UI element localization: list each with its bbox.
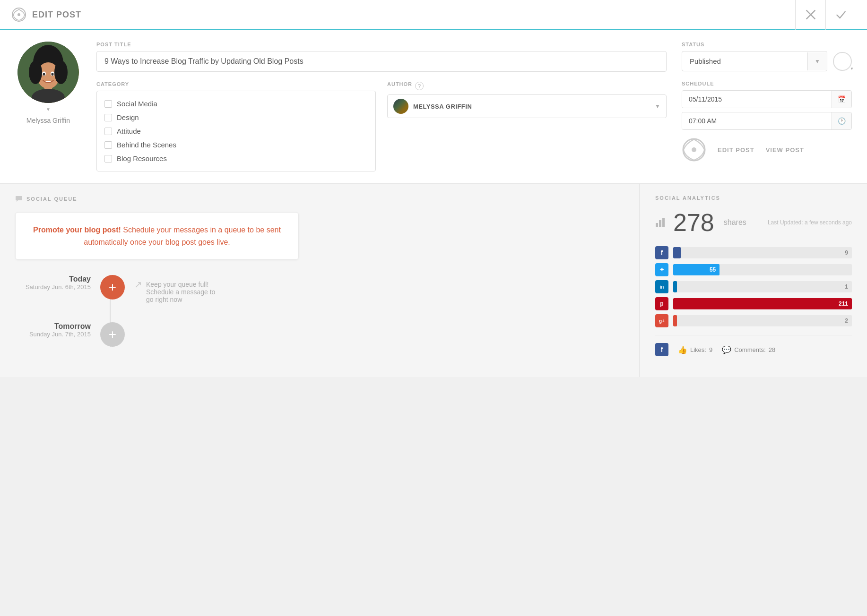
- twitter-bar-value: 55: [710, 266, 716, 273]
- svg-rect-19: [662, 218, 665, 227]
- linkedin-bar-value: 1: [845, 283, 848, 290]
- bottom-section: SOCIAL QUEUE Promote your blog post! Sch…: [0, 184, 867, 377]
- social-bars: f 9 ✦ 55 in: [655, 246, 852, 327]
- wordpress-logo-large-icon: [682, 137, 706, 162]
- category-box: Social Media Design Attitude Behind: [96, 91, 376, 171]
- post-title-input[interactable]: [96, 51, 667, 72]
- schedule-date-input-row: 📅: [682, 90, 852, 108]
- wordpress-logo-icon: [11, 7, 26, 22]
- calendar-icon[interactable]: 📅: [832, 91, 851, 108]
- form-right-panel: STATUS Published ▼ ▼ SCHEDULE 📅 🕐: [682, 42, 852, 171]
- pinterest-bar-track: 211: [673, 298, 852, 309]
- confirm-button[interactable]: [825, 0, 856, 30]
- hint-text-today: Keep your queue full! Schedule a message…: [146, 281, 219, 303]
- category-label-attitude: Attitude: [117, 127, 141, 135]
- googleplus-bar-track: 2: [673, 315, 852, 326]
- category-checkbox-social-media[interactable]: [104, 100, 112, 108]
- last-updated-text: Last Updated: a few seconds ago: [768, 219, 852, 226]
- timeline: Today Saturday Jun. 6th, 2015 + ↗ Keep y…: [15, 275, 624, 347]
- social-queue-title: SOCIAL QUEUE: [15, 195, 624, 203]
- facebook-stats: f 👍 Likes: 9 💬 Comments: 28: [655, 335, 852, 356]
- timeline-day-tomorrow: Tomorrow: [15, 322, 91, 331]
- linkedin-bar-row: in 1: [655, 280, 852, 293]
- schedule-label: SCHEDULE: [682, 81, 852, 86]
- status-value: Published: [682, 51, 807, 71]
- hint-arrow-icon: ↗: [134, 279, 142, 290]
- category-column: CATEGORY Social Media Design Attitude: [96, 81, 376, 171]
- add-to-queue-today-button[interactable]: +: [100, 275, 125, 299]
- post-form-center: POST TITLE CATEGORY Social Media Design: [96, 42, 667, 171]
- googleplus-icon: g+: [655, 314, 668, 327]
- author-avatar-small: [393, 99, 408, 114]
- close-button[interactable]: [795, 0, 825, 30]
- category-checkbox-design[interactable]: [104, 114, 112, 121]
- linkedin-icon: in: [655, 280, 668, 293]
- twitter-bar-track: 55: [673, 264, 852, 275]
- schedule-date-input[interactable]: [682, 91, 832, 108]
- shares-label: shares: [724, 218, 746, 227]
- category-item: Design: [104, 111, 368, 124]
- svg-point-7: [29, 60, 42, 84]
- avatar-image: [17, 42, 79, 103]
- view-post-link[interactable]: VIEW POST: [766, 146, 804, 154]
- header: EDIT POST: [0, 0, 867, 30]
- svg-rect-17: [656, 223, 658, 227]
- category-label: CATEGORY: [96, 81, 376, 87]
- color-picker[interactable]: ▼: [833, 52, 852, 71]
- edit-post-link[interactable]: EDIT POST: [718, 146, 754, 154]
- linkedin-bar-fill: [673, 281, 677, 292]
- comments-value: 28: [769, 346, 775, 353]
- color-dropdown-icon: ▼: [850, 67, 854, 71]
- category-checkbox-blog-resources[interactable]: [104, 155, 112, 163]
- facebook-bar-row: f 9: [655, 246, 852, 259]
- avatar-dropdown[interactable]: ▼: [46, 107, 51, 112]
- pinterest-bar-value: 211: [839, 300, 848, 307]
- author-name-label: Melyssa Griffin: [26, 117, 70, 124]
- timeline-date-text-today: Saturday Jun. 6th, 2015: [15, 283, 91, 291]
- schedule-time-input-row: 🕐: [682, 112, 852, 130]
- promote-box: Promote your blog post! Schedule your me…: [15, 212, 299, 260]
- clock-icon[interactable]: 🕐: [832, 112, 851, 129]
- likes-value: 9: [709, 346, 712, 353]
- twitter-icon: ✦: [655, 263, 668, 276]
- category-item: Behind the Scenes: [104, 138, 368, 152]
- twitter-bar-row: ✦ 55: [655, 263, 852, 276]
- social-analytics-panel: SOCIAL ANALYTICS 278 shares Last Updated…: [640, 184, 867, 377]
- googleplus-bar-row: g+ 2: [655, 314, 852, 327]
- main-edit-section: ▼ Melyssa Griffin POST TITLE CATEGORY So…: [0, 30, 867, 184]
- status-select[interactable]: Published ▼: [682, 51, 827, 71]
- status-label: STATUS: [682, 42, 852, 47]
- chevron-down-icon: ▼: [655, 103, 660, 110]
- author-column: AUTHOR ? MELYSSA GRIFFIN ▼: [387, 81, 667, 171]
- author-avatar-area: ▼ Melyssa Griffin: [15, 42, 81, 171]
- timeline-date-today: Today Saturday Jun. 6th, 2015: [15, 275, 100, 291]
- svg-point-1: [17, 13, 20, 16]
- chevron-down-icon: ▼: [46, 107, 51, 112]
- category-label-blog-resources: Blog Resources: [117, 154, 167, 163]
- help-icon[interactable]: ?: [415, 82, 424, 90]
- timeline-item-tomorrow: Tomorrow Sunday Jun. 7th, 2015 +: [15, 322, 624, 347]
- category-checkbox-attitude[interactable]: [104, 128, 112, 135]
- category-checkbox-behind-the-scenes[interactable]: [104, 141, 112, 149]
- timeline-date-tomorrow: Tomorrow Sunday Jun. 7th, 2015: [15, 322, 100, 338]
- wp-links: EDIT POST VIEW POST: [682, 137, 852, 162]
- category-label-behind-the-scenes: Behind the Scenes: [117, 141, 176, 149]
- facebook-bar-value: 9: [845, 249, 848, 256]
- add-to-queue-tomorrow-button[interactable]: +: [100, 322, 125, 347]
- svg-rect-18: [659, 220, 661, 227]
- thumbs-up-icon: 👍: [678, 345, 687, 354]
- timeline-day-today: Today: [15, 275, 91, 283]
- author-select[interactable]: MELYSSA GRIFFIN ▼: [387, 94, 667, 118]
- speech-bubble-icon: [15, 195, 23, 203]
- status-dropdown-arrow[interactable]: ▼: [807, 52, 827, 70]
- promote-text: Promote your blog post! Schedule your me…: [31, 224, 283, 248]
- comments-icon: 💬: [722, 345, 731, 354]
- author-label: AUTHOR: [387, 81, 412, 87]
- svg-point-12: [52, 73, 54, 76]
- schedule-time-input[interactable]: [682, 112, 832, 129]
- promote-bold-text: Promote your blog post!: [33, 226, 121, 234]
- post-title-label: POST TITLE: [96, 42, 667, 47]
- avatar-illustration: [17, 42, 79, 103]
- googleplus-bar-value: 2: [845, 317, 848, 324]
- twitter-bar-fill: 55: [673, 264, 720, 275]
